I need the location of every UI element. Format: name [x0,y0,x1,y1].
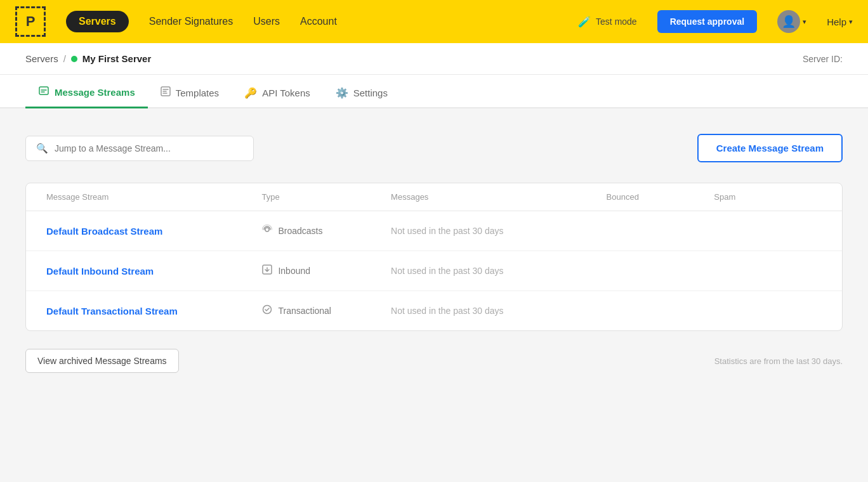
view-archived-button[interactable]: View archived Message Streams [25,349,179,373]
search-create-row: 🔍 Create Message Stream [25,134,843,162]
help-button[interactable]: Help ▾ [827,16,853,27]
stream-name-broadcast[interactable]: Default Broadcast Stream [46,226,261,237]
tabs-bar: Message Streams Templates 🔑 API Tokens ⚙… [0,75,868,108]
messages-cell-broadcast: Not used in the past 30 days [391,226,606,236]
messages-cell-inbound: Not used in the past 30 days [391,266,606,276]
stream-name-transactional[interactable]: Default Transactional Stream [46,306,261,316]
test-mode-button[interactable]: 🧪 Test mode [578,16,637,28]
server-status-dot [71,56,77,62]
messages-cell-transactional: Not used in the past 30 days [391,306,606,316]
breadcrumb-separator: / [63,53,66,64]
flask-icon: 🧪 [578,16,591,28]
tab-api-tokens[interactable]: 🔑 API Tokens [232,77,323,108]
avatar-chevron-icon: ▾ [803,18,806,26]
transactional-icon [261,304,273,318]
footer-row: View archived Message Streams Statistics… [25,349,843,373]
table-row: Default Transactional Stream Transaction… [26,291,842,330]
header-message-stream: Message Stream [46,192,261,202]
api-tokens-icon: 🔑 [244,87,257,99]
account-link[interactable]: Account [300,16,337,27]
templates-icon [161,86,171,99]
main-content: 🔍 Create Message Stream Message Stream T… [0,108,868,476]
search-input[interactable] [55,143,243,153]
breadcrumb: Servers / My First Server [25,53,151,64]
breadcrumb-servers-link[interactable]: Servers [25,53,58,64]
logo-letter: P [26,13,36,30]
svg-point-1 [265,228,269,231]
help-chevron-icon: ▾ [849,18,853,26]
type-cell-transactional: Transactional [261,304,391,318]
stream-name-inbound[interactable]: Default Inbound Stream [46,266,261,277]
server-id: Server ID: [803,54,843,64]
tab-settings[interactable]: ⚙️ Settings [323,77,400,108]
table-row: Default Broadcast Stream Broadcasts Not … [26,211,842,251]
logo[interactable]: P [15,6,46,37]
search-icon: 🔍 [36,143,48,154]
type-cell-inbound: Inbound [261,264,391,278]
tab-message-streams[interactable]: Message Streams [25,75,148,108]
table-row: Default Inbound Stream Inbound Not used … [26,251,842,291]
users-link[interactable]: Users [253,16,280,27]
user-avatar-area[interactable]: 👤 ▾ [777,10,806,33]
message-streams-icon [38,85,49,99]
type-cell-broadcast: Broadcasts [261,224,391,238]
broadcasts-icon [261,224,273,238]
breadcrumb-bar: Servers / My First Server Server ID: [0,43,868,75]
table-header: Message Stream Type Messages Bounced Spa… [26,183,842,211]
create-message-stream-button[interactable]: Create Message Stream [697,134,843,162]
header-spam: Spam [714,192,822,202]
search-box[interactable]: 🔍 [25,136,254,161]
header-bounced: Bounced [607,192,714,202]
breadcrumb-current-server: My First Server [82,53,151,64]
header-type: Type [261,192,391,202]
header-messages: Messages [391,192,606,202]
request-approval-button[interactable]: Request approval [657,10,757,33]
servers-nav-item[interactable]: Servers [66,11,129,32]
top-navigation: P Servers Sender Signatures Users Accoun… [0,0,868,43]
streams-table: Message Stream Type Messages Bounced Spa… [25,183,843,331]
avatar: 👤 [777,10,800,33]
sender-signatures-link[interactable]: Sender Signatures [149,16,233,27]
inbound-icon [261,264,273,278]
stats-note: Statistics are from the last 30 days. [714,356,843,366]
tab-templates[interactable]: Templates [148,76,232,108]
settings-icon: ⚙️ [336,87,348,99]
